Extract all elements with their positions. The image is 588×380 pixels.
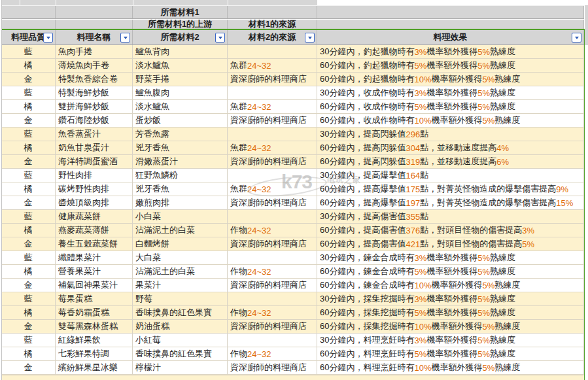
header-cell-material1-upstream[interactable]: 所需材料1的上游 bbox=[133, 20, 228, 29]
header-cell[interactable] bbox=[56, 6, 133, 18]
quality-cell[interactable]: 金 bbox=[1, 237, 56, 251]
source-cell[interactable]: 資深廚師的料理商店 bbox=[228, 114, 317, 128]
source-cell[interactable] bbox=[228, 169, 317, 182]
quality-cell[interactable]: 藍 bbox=[1, 86, 56, 100]
name-cell[interactable]: 莓果蛋糕 bbox=[56, 292, 133, 306]
name-cell[interactable]: 鑽石海陸炒飯 bbox=[56, 114, 133, 128]
material-cell[interactable]: 奶油蛋糕 bbox=[133, 320, 228, 334]
name-cell[interactable]: 醬燒頂級肉排 bbox=[56, 196, 133, 210]
source-cell[interactable]: 資深廚師的料理商店 bbox=[228, 279, 317, 292]
header-cell[interactable] bbox=[317, 6, 584, 18]
header-cell-name[interactable]: 料理名稱 bbox=[56, 30, 133, 44]
material-cell[interactable]: 蛋炒飯 bbox=[133, 114, 228, 128]
header-cell[interactable] bbox=[317, 20, 584, 29]
material-cell[interactable]: 香味撲鼻的紅色果實 bbox=[133, 347, 228, 361]
header-cell-source2[interactable]: 材料2的來源 bbox=[228, 30, 317, 44]
header-cell[interactable] bbox=[1, 20, 56, 29]
quality-cell[interactable]: 藍 bbox=[1, 210, 56, 224]
material-cell[interactable]: 淡水鱸魚 bbox=[133, 59, 228, 73]
filter-dropdown-button[interactable] bbox=[572, 33, 581, 43]
material-cell[interactable]: 鱸魚腹肉 bbox=[133, 86, 228, 100]
name-cell[interactable]: 特製海鮮炒飯 bbox=[56, 86, 133, 100]
source-cell[interactable] bbox=[228, 128, 317, 141]
effect-cell[interactable]: 60分鐘內，收成作物時有10%機率額外獲得5%熟練度 bbox=[317, 114, 584, 128]
effect-cell[interactable]: 30分鐘內，提高閃躲值296點 bbox=[317, 128, 584, 141]
quality-cell[interactable]: 金 bbox=[1, 320, 56, 334]
header-cell-effect[interactable]: 料理效果 bbox=[317, 30, 584, 44]
header-cell[interactable] bbox=[1, 6, 56, 18]
quality-cell[interactable]: 藍 bbox=[1, 45, 56, 59]
source-cell[interactable] bbox=[228, 292, 317, 306]
filter-dropdown-button[interactable] bbox=[120, 33, 130, 43]
source-cell[interactable]: 作物24~32 bbox=[228, 224, 317, 237]
source-cell[interactable] bbox=[228, 210, 317, 224]
effect-cell[interactable]: 60分鐘內，採集挖掘時有10%機率額外獲得5%熟練度 bbox=[317, 320, 584, 334]
source-cell[interactable]: 資深廚師的料理商店 bbox=[228, 237, 317, 251]
material-cell[interactable]: 兇牙香魚 bbox=[133, 182, 228, 196]
effect-cell[interactable]: 60分鐘內，提高閃躲值304點，並移動速度提高4% bbox=[317, 141, 584, 155]
effect-cell[interactable]: 60分鐘內，釣起獵物時有10%機率額外獲得5%熟練度 bbox=[317, 73, 584, 86]
quality-cell[interactable]: 橘 bbox=[1, 224, 56, 237]
quality-cell[interactable]: 橘 bbox=[1, 265, 56, 279]
quality-cell[interactable]: 藍 bbox=[1, 292, 56, 306]
effect-cell[interactable]: 60分鐘內，鍊金合成時有10%機率額外獲得5%熟練度 bbox=[317, 279, 584, 292]
source-cell[interactable]: 魚群24~32 bbox=[228, 59, 317, 73]
material-cell[interactable]: 香味撲鼻的紅色果實 bbox=[133, 306, 228, 320]
quality-cell[interactable]: 金 bbox=[1, 196, 56, 210]
effect-cell[interactable]: 60分鐘內，鍊金合成時有5%機率額外獲得5%熟練度 bbox=[317, 265, 584, 279]
name-cell[interactable]: 奶魚甘泉蛋汁 bbox=[56, 141, 133, 155]
material-cell[interactable]: 淡水鱸魚 bbox=[133, 100, 228, 114]
name-cell[interactable]: 燕麥蔬菜薄餅 bbox=[56, 224, 133, 237]
material-cell[interactable]: 鱸魚背肉 bbox=[133, 45, 228, 59]
material-cell[interactable]: 沾滿泥土的白菜 bbox=[133, 265, 228, 279]
effect-cell[interactable]: 60分鐘內，提高傷害值376點，對頭目怪物的傷害提高3% bbox=[317, 224, 584, 237]
quality-cell[interactable]: 橘 bbox=[1, 141, 56, 155]
effect-cell[interactable]: 30分鐘內，鍊金合成時有3%機率額外獲得5%熟練度 bbox=[317, 251, 584, 265]
quality-cell[interactable]: 金 bbox=[1, 361, 56, 375]
material-cell[interactable]: 野菜手捲 bbox=[133, 73, 228, 86]
header-cell-material1[interactable]: 所需材料1 bbox=[133, 6, 228, 18]
quality-cell[interactable]: 橘 bbox=[1, 182, 56, 196]
material-cell[interactable]: 大白菜 bbox=[133, 251, 228, 265]
source-cell[interactable]: 資深廚師的料理商店 bbox=[228, 320, 317, 334]
effect-cell[interactable]: 60分鐘內，採集挖掘時有5%機率額外獲得5%熟練度 bbox=[317, 306, 584, 320]
header-cell-quality[interactable]: 料理品質 bbox=[1, 30, 56, 44]
effect-cell[interactable]: 30分鐘內，料理烹飪時有3%機率額外獲得5%熟練度 bbox=[317, 334, 584, 347]
source-cell[interactable] bbox=[228, 86, 317, 100]
header-cell[interactable] bbox=[56, 20, 133, 29]
quality-cell[interactable]: 橘 bbox=[1, 306, 56, 320]
name-cell[interactable]: 營養果菜汁 bbox=[56, 265, 133, 279]
material-cell[interactable]: 狂野魚鱗粉 bbox=[133, 169, 228, 182]
effect-cell[interactable]: 30分鐘內，收成作物時有3%機率額外獲得5%熟練度 bbox=[317, 86, 584, 100]
quality-cell[interactable]: 藍 bbox=[1, 251, 56, 265]
material-cell[interactable]: 小白菜 bbox=[133, 210, 228, 224]
effect-cell[interactable]: 60分鐘內，釣起獵物時有5%機率額外獲得5%熟練度 bbox=[317, 59, 584, 73]
filter-dropdown-button[interactable] bbox=[215, 33, 225, 43]
quality-cell[interactable]: 藍 bbox=[1, 334, 56, 347]
effect-cell[interactable]: 60分鐘內，提高傷害值421點，對頭目怪物的傷害提高5% bbox=[317, 237, 584, 251]
source-cell[interactable]: 作物24~32 bbox=[228, 265, 317, 279]
source-cell[interactable]: 作物24~32 bbox=[228, 347, 317, 361]
quality-cell[interactable]: 金 bbox=[1, 73, 56, 86]
name-cell[interactable]: 補氣回神果菜汁 bbox=[56, 279, 133, 292]
name-cell[interactable]: 雙莓黑森林蛋糕 bbox=[56, 320, 133, 334]
effect-cell[interactable]: 60分鐘內，提高閃躲值319點，並移動速度提高6% bbox=[317, 155, 584, 169]
effect-cell[interactable]: 30分鐘內，提高傷害值355點 bbox=[317, 210, 584, 224]
name-cell[interactable]: 養生五穀蔬菜餅 bbox=[56, 237, 133, 251]
name-cell[interactable]: 纖體果菜汁 bbox=[56, 251, 133, 265]
header-cell-material2[interactable]: 所需材料2 bbox=[133, 30, 228, 44]
quality-cell[interactable]: 金 bbox=[1, 155, 56, 169]
source-cell[interactable]: 資深廚師的料理商店 bbox=[228, 196, 317, 210]
filter-dropdown-button[interactable] bbox=[43, 33, 53, 43]
name-cell[interactable]: 雙拼海鮮炒飯 bbox=[56, 100, 133, 114]
quality-cell[interactable]: 橘 bbox=[1, 347, 56, 361]
material-cell[interactable]: 果菜汁 bbox=[133, 279, 228, 292]
source-cell[interactable]: 作物24~32 bbox=[228, 306, 317, 320]
effect-cell[interactable]: 30分鐘內，採集挖掘時有3%機率額外獲得5%熟練度 bbox=[317, 292, 584, 306]
effect-cell[interactable]: 30分鐘內，釣起獵物時有3%機率額外獲得5%熟練度 bbox=[317, 45, 584, 59]
quality-cell[interactable]: 金 bbox=[1, 279, 56, 292]
quality-cell[interactable]: 藍 bbox=[1, 128, 56, 141]
name-cell[interactable]: 薄燒魚肉手卷 bbox=[56, 59, 133, 73]
source-cell[interactable] bbox=[228, 45, 317, 59]
name-cell[interactable]: 海洋特調蛋蜜酒 bbox=[56, 155, 133, 169]
